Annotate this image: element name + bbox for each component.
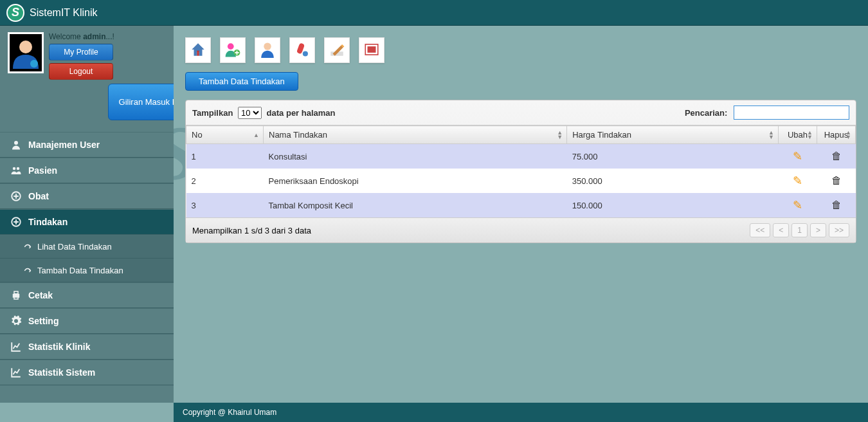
pager: << < 1 > >> (750, 223, 849, 237)
app-title: SistemIT Klinik (30, 7, 98, 19)
logo-icon: S (6, 4, 24, 22)
svg-point-4 (17, 167, 20, 170)
pager-last[interactable]: >> (829, 223, 849, 237)
column-harga-tindakan[interactable]: Harga Tindakan▲▼ (567, 126, 779, 144)
user-icon (259, 41, 276, 60)
column-no[interactable]: No▲ (186, 126, 264, 144)
sidebar-item-pasien[interactable]: Pasien (0, 158, 174, 183)
sidebar-item-tindakan[interactable]: Tindakan (0, 209, 174, 235)
sidebar-item-label: Tambah Data Tindakan (37, 266, 123, 275)
pager-first[interactable]: << (750, 223, 770, 237)
table-row: 3Tambal Komposit Kecil150.000✎🗑 (186, 193, 856, 217)
toolbar (185, 37, 856, 63)
pager-prev[interactable]: < (773, 223, 789, 237)
users-icon (9, 165, 23, 176)
column-ubah[interactable]: Ubah▲▼ (779, 126, 817, 144)
user-add-icon (224, 41, 241, 60)
pills-icon (294, 41, 311, 60)
svg-point-12 (264, 42, 271, 50)
sidebar-item-cetak[interactable]: Cetak (0, 282, 174, 308)
length-select[interactable]: 10 (238, 107, 262, 119)
sidebar-item-label: Manajemen User (28, 140, 100, 150)
pager-next[interactable]: > (810, 223, 826, 237)
sidebar-item-label: Setting (28, 316, 59, 326)
toolbar-user-add-button[interactable] (220, 37, 246, 63)
cell-no: 3 (186, 193, 264, 217)
logout-button[interactable]: Logout (49, 63, 113, 80)
svg-point-1 (30, 60, 38, 68)
edit-icon[interactable]: ✎ (793, 150, 802, 163)
svg-rect-17 (368, 46, 376, 53)
column-hapus[interactable]: Hapus▲▼ (817, 126, 856, 144)
plus-circle-icon (9, 190, 23, 202)
toolbar-write-button[interactable] (324, 37, 350, 63)
cell-harga: 350.000 (567, 169, 779, 193)
toolbar-photo-button[interactable] (359, 37, 384, 63)
sidebar-item-label: Statistik Klinik (28, 342, 90, 352)
footer: Copyright @ Khairul Umam (174, 403, 868, 422)
svg-point-2 (14, 141, 18, 145)
edit-icon[interactable]: ✎ (793, 199, 802, 212)
sidebar-item-obat[interactable]: Obat (0, 183, 174, 209)
sort-icon: ▲▼ (807, 131, 813, 140)
write-icon (329, 41, 345, 60)
cell-no: 1 (186, 144, 264, 169)
topbar: S SistemIT Klinik (0, 0, 868, 26)
cell-harga: 75.000 (567, 144, 779, 169)
nav: Manajemen UserPasienObatTindakanLihat Da… (0, 132, 174, 385)
home-icon (190, 41, 206, 60)
trash-icon[interactable]: 🗑 (831, 175, 842, 186)
sidebar-item-label: Cetak (28, 290, 53, 300)
svg-rect-9 (14, 297, 18, 299)
svg-point-10 (228, 43, 234, 50)
profile-box: Welcome admin...! My Profile Logout Gili… (0, 26, 174, 132)
sort-icon: ▲ (253, 133, 259, 137)
sidebar-item-label: Statistik Sistem (28, 367, 95, 378)
column-nama-tindakan[interactable]: Nama Tindakan▲▼ (264, 126, 567, 144)
cell-nama: Pemeriksaan Endoskopi (264, 169, 567, 193)
plus-circle-icon (9, 216, 23, 228)
sort-icon: ▲▼ (557, 131, 563, 140)
sidebar-item-label: Pasien (28, 165, 57, 176)
toolbar-pills-button[interactable] (289, 37, 315, 63)
sidebar-item-lihat-data-tindakan[interactable]: Lihat Data Tindakan (0, 235, 174, 259)
trash-icon[interactable]: 🗑 (831, 199, 842, 210)
svg-point-0 (19, 41, 32, 53)
table-row: 1Konsultasi75.000✎🗑 (186, 144, 856, 169)
search-input[interactable] (734, 106, 849, 120)
data-panel: Tampilkan 10 data per halaman Pencarian:… (185, 100, 856, 243)
gear-icon (9, 315, 23, 327)
sidebar-item-setting[interactable]: Setting (0, 308, 174, 334)
trash-icon[interactable]: 🗑 (831, 151, 842, 161)
arrow-icon (22, 266, 33, 275)
chart-icon (9, 367, 23, 378)
avatar (8, 32, 44, 73)
svg-rect-8 (14, 291, 18, 294)
svg-point-3 (13, 167, 16, 170)
cell-nama: Tambal Komposit Kecil (264, 193, 567, 217)
sort-icon: ▲▼ (768, 131, 774, 140)
sort-icon: ▲▼ (845, 131, 851, 140)
sidebar: Welcome admin...! My Profile Logout Gili… (0, 26, 174, 403)
sidebar-item-statistik-sistem[interactable]: Statistik Sistem (0, 360, 174, 385)
search-label: Pencarian: (685, 108, 727, 118)
svg-point-14 (303, 51, 308, 56)
length-prefix: Tampilkan (192, 108, 233, 118)
pager-page[interactable]: 1 (791, 223, 808, 237)
toolbar-home-button[interactable] (185, 37, 211, 63)
toolbar-user-button[interactable] (255, 37, 280, 63)
main-content: SistemIT.com Tambah Data Tindakan Tampil… (174, 26, 868, 403)
table-row: 2Pemeriksaan Endoskopi350.000✎🗑 (186, 169, 856, 193)
sidebar-item-label: Tindakan (28, 217, 68, 227)
sidebar-item-manajemen-user[interactable]: Manajemen User (0, 132, 174, 158)
length-suffix: data per halaman (267, 108, 336, 118)
cell-harga: 150.000 (567, 193, 779, 217)
sidebar-item-statistik-klinik[interactable]: Statistik Klinik (0, 334, 174, 360)
data-table: No▲Nama Tindakan▲▼Harga Tindakan▲▼Ubah▲▼… (186, 125, 856, 217)
my-profile-button[interactable]: My Profile (49, 44, 113, 60)
add-tindakan-button[interactable]: Tambah Data Tindakan (185, 72, 298, 91)
edit-icon[interactable]: ✎ (793, 174, 802, 187)
cell-nama: Konsultasi (264, 144, 567, 169)
sidebar-item-label: Obat (28, 191, 49, 201)
sidebar-item-tambah-data-tindakan[interactable]: Tambah Data Tindakan (0, 259, 174, 282)
